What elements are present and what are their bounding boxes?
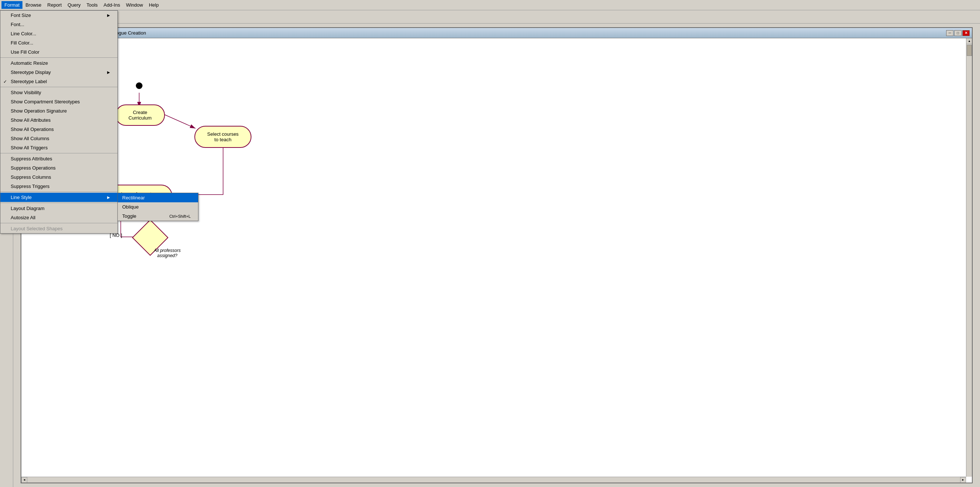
scroll-right-arrow[interactable]: ► bbox=[960, 477, 966, 483]
menu-line-style[interactable]: Line Style ▶ Rectilinear Oblique Toggle … bbox=[0, 193, 118, 202]
menu-layout-diagram[interactable]: Layout Diagram bbox=[0, 204, 118, 213]
scrollbar-right[interactable]: ▲ bbox=[966, 38, 972, 477]
menu-stereotype-label[interactable]: Stereotype Label bbox=[0, 77, 118, 86]
toolbar: ← → 🔍 🔍 ⊡ ⊞ bbox=[0, 10, 980, 24]
sep4 bbox=[0, 192, 118, 192]
diagram-controls: ─ □ ✕ bbox=[946, 30, 970, 36]
menu-suppress-triggers[interactable]: Suppress Triggers bbox=[0, 182, 118, 191]
line-style-submenu: Rectilinear Oblique Toggle Ctrl+Shift+L bbox=[118, 193, 199, 221]
menu-query[interactable]: Query bbox=[65, 1, 84, 9]
restore-btn[interactable]: □ bbox=[954, 30, 962, 36]
create-curriculum-label: CreateCurriculum bbox=[129, 109, 152, 121]
menu-show-operation-signature[interactable]: Show Operation Signature bbox=[0, 106, 118, 116]
menu-suppress-columns[interactable]: Suppress Columns bbox=[0, 173, 118, 182]
menu-suppress-attributes[interactable]: Suppress Attributes bbox=[0, 154, 118, 163]
menu-show-all-triggers[interactable]: Show All Triggers bbox=[0, 143, 118, 152]
menu-show-all-columns[interactable]: Show All Columns bbox=[0, 134, 118, 143]
close-btn[interactable]: ✕ bbox=[963, 30, 970, 36]
main-layout: ↖ ABC ▭ ▬ • ◉ ╱ ⌒ ─ │ ◇ ⊡ ▶ Activity Dia… bbox=[0, 24, 980, 487]
sep2 bbox=[0, 87, 118, 87]
diagram-titlebar: ▶ Activity Diagram: Use Case View / Cata… bbox=[21, 28, 972, 38]
menu-window[interactable]: Window bbox=[123, 1, 146, 9]
menu-show-all-attributes[interactable]: Show AIl Attributes bbox=[0, 116, 118, 125]
menu-auto-resize[interactable]: Automatic Resize bbox=[0, 59, 118, 68]
menu-font-size[interactable]: Font Size ▶ bbox=[0, 11, 118, 20]
diagram-arrows bbox=[21, 38, 972, 482]
submenu-arrow3: ▶ bbox=[107, 195, 110, 199]
diagram-window: ▶ Activity Diagram: Use Case View / Cata… bbox=[21, 27, 973, 483]
scroll-up-arrow[interactable]: ▲ bbox=[966, 38, 972, 44]
menu-format[interactable]: Format bbox=[2, 1, 22, 9]
menu-help[interactable]: Help bbox=[146, 1, 162, 9]
menu-browse[interactable]: Browse bbox=[22, 1, 44, 9]
select-courses-label: Select coursesto teach bbox=[207, 131, 239, 142]
menu-addins[interactable]: Add-Ins bbox=[100, 1, 123, 9]
menu-show-compartment-stereotypes[interactable]: Show Compartment Stereotypes bbox=[0, 97, 118, 106]
toggle-shortcut: Ctrl+Shift+L bbox=[169, 214, 191, 219]
menu-suppress-operations[interactable]: Suppress Operations bbox=[0, 163, 118, 173]
menu-report[interactable]: Report bbox=[45, 1, 65, 9]
submenu-arrow: ▶ bbox=[107, 13, 110, 17]
minimize-btn[interactable]: ─ bbox=[946, 30, 953, 36]
create-curriculum-node[interactable]: CreateCurriculum bbox=[115, 105, 165, 126]
menu-font[interactable]: Font... bbox=[0, 20, 118, 29]
select-courses-node[interactable]: Select coursesto teach bbox=[194, 126, 251, 148]
sep1 bbox=[0, 57, 118, 58]
scroll-bar-track[interactable] bbox=[27, 477, 960, 482]
submenu-oblique[interactable]: Oblique bbox=[118, 202, 198, 211]
sep3 bbox=[0, 153, 118, 153]
scroll-left-arrow[interactable]: ◄ bbox=[21, 477, 27, 483]
scrollbar-bottom[interactable]: ◄ ► bbox=[21, 477, 966, 482]
submenu-arrow2: ▶ bbox=[107, 70, 110, 74]
menu-stereotype-display[interactable]: Stereotype Display ▶ bbox=[0, 68, 118, 77]
menu-autosize-all[interactable]: Autosize All bbox=[0, 213, 118, 222]
diagram-canvas[interactable]: CreateCurriculum Select coursesto teach … bbox=[21, 38, 972, 482]
menu-line-color[interactable]: Line Color... bbox=[0, 29, 118, 38]
submenu-rectilinear[interactable]: Rectilinear bbox=[118, 193, 198, 202]
menubar: Format Browse Report Query Tools Add-Ins… bbox=[0, 0, 980, 10]
menu-tools[interactable]: Tools bbox=[84, 1, 100, 9]
menu-show-all-operations[interactable]: Show All Operations bbox=[0, 125, 118, 134]
sep5 bbox=[0, 203, 118, 203]
start-node[interactable] bbox=[136, 82, 142, 89]
menu-use-fill-color[interactable]: Use Fill Color bbox=[0, 48, 118, 57]
scroll-thumb[interactable] bbox=[967, 45, 972, 56]
format-dropdown: Font Size ▶ Font... Line Color... Fill C… bbox=[0, 10, 118, 233]
submenu-toggle[interactable]: Toggle Ctrl+Shift+L bbox=[118, 211, 198, 221]
menu-fill-color[interactable]: Fill Color... bbox=[0, 38, 118, 48]
content-area: ▶ Activity Diagram: Use Case View / Cata… bbox=[13, 24, 980, 487]
sep6 bbox=[0, 223, 118, 223]
menu-layout-selected-shapes: Layout Selected Shapes bbox=[0, 224, 118, 233]
svg-line-3 bbox=[162, 114, 196, 128]
menu-show-visibility[interactable]: Show Visibility bbox=[0, 88, 118, 97]
all-professors-label: All professorsassigned? bbox=[154, 248, 181, 258]
